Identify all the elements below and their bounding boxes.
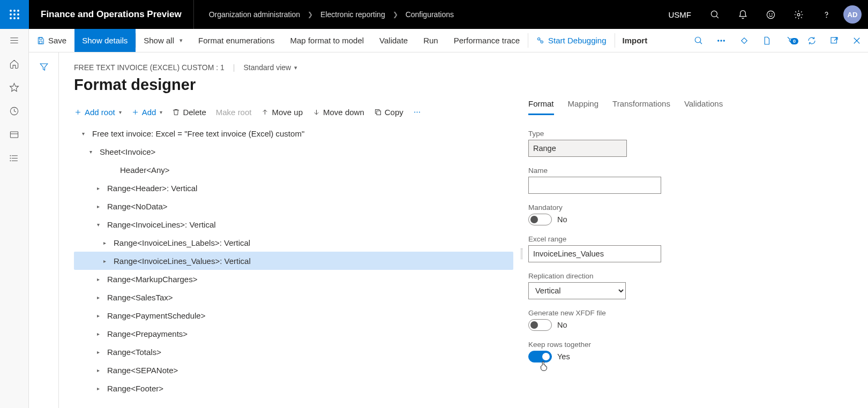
tree-row[interactable]: ▸Range<MarkupCharges> — [74, 270, 513, 288]
page-options-button[interactable] — [755, 36, 778, 46]
name-input[interactable] — [528, 177, 661, 194]
more-actions-button[interactable] — [413, 108, 421, 116]
add-button[interactable]: Add▾ — [131, 108, 163, 117]
delete-button[interactable]: Delete — [172, 108, 206, 117]
import-button[interactable]: Import — [615, 29, 656, 52]
chevron-right-icon[interactable]: ▸ — [93, 367, 103, 373]
tree-label: Range<NoData> — [107, 202, 168, 211]
run-button[interactable]: Run — [416, 29, 446, 52]
chevron-right-icon[interactable]: ▸ — [93, 313, 103, 319]
tree-row[interactable]: ▸Range<NoData> — [74, 197, 513, 215]
type-input[interactable] — [528, 140, 627, 157]
more-options-button[interactable] — [710, 36, 732, 46]
breadcrumb-item[interactable]: Organization administration — [209, 10, 300, 19]
close-button[interactable] — [845, 36, 868, 46]
tree-row[interactable]: ▸Range<Footer> — [74, 379, 513, 397]
chevron-right-icon[interactable]: ▸ — [93, 349, 103, 355]
performance-trace-button[interactable]: Performance trace — [446, 29, 528, 52]
filter-button[interactable] — [39, 62, 49, 408]
svg-point-3 — [10, 13, 12, 16]
modules-button[interactable] — [9, 152, 20, 164]
chevron-right-icon[interactable]: ▸ — [93, 331, 103, 337]
notifications-button[interactable] — [729, 0, 757, 29]
workspaces-button[interactable] — [9, 129, 20, 140]
chevron-right-icon[interactable]: ▸ — [100, 258, 109, 264]
search-command-button[interactable] — [687, 36, 710, 46]
recent-button[interactable] — [9, 105, 20, 117]
show-all-button[interactable]: Show all▾ — [136, 29, 191, 52]
tree-label: Range<Footer> — [107, 384, 163, 393]
settings-button[interactable] — [784, 0, 812, 29]
tree-row[interactable]: ▾Range<InvoiceLines>: Vertical — [74, 215, 513, 233]
keep-rows-toggle[interactable] — [528, 351, 552, 362]
move-up-button[interactable]: Move up — [261, 108, 303, 117]
favorites-button[interactable] — [9, 81, 20, 93]
validate-button[interactable]: Validate — [372, 29, 416, 52]
tab-mapping[interactable]: Mapping — [568, 99, 599, 115]
tab-transformations[interactable]: Transformations — [612, 99, 670, 115]
add-root-button[interactable]: Add root▾ — [74, 108, 122, 117]
view-selector[interactable]: Standard view▾ — [243, 63, 297, 72]
breadcrumb-item[interactable]: Electronic reporting — [320, 10, 385, 19]
copy-label: Copy — [385, 108, 403, 117]
help-button[interactable] — [812, 0, 840, 29]
tree-row[interactable]: ▾Free text invoice: Excel = "Free text i… — [74, 124, 513, 142]
top-header: Finance and Operations Preview Organizat… — [0, 0, 868, 29]
svg-point-36 — [721, 40, 722, 41]
copy-button[interactable]: Copy — [374, 108, 403, 117]
chevron-right-icon[interactable]: ▸ — [100, 240, 109, 246]
excel-range-input[interactable] — [528, 245, 661, 262]
user-avatar[interactable]: AD — [843, 5, 862, 24]
chevron-right-icon[interactable]: ▸ — [93, 276, 103, 282]
show-details-button[interactable]: Show details — [74, 29, 136, 52]
tree-row[interactable]: ▸Range<SEPANote> — [74, 361, 513, 379]
start-debugging-button[interactable]: Start Debugging — [528, 29, 614, 52]
chevron-right-icon[interactable]: ▸ — [93, 185, 103, 191]
tree-row[interactable]: ▸Range<Totals> — [74, 343, 513, 361]
chevron-down-icon[interactable]: ▾ — [93, 222, 103, 228]
format-tree-pane[interactable]: ▾Free text invoice: Excel = "Free text i… — [59, 124, 518, 408]
context-title: FREE TEXT INVOICE (EXCEL) CUSTOM : 1 — [74, 63, 225, 72]
mandatory-toggle[interactable] — [528, 214, 552, 225]
popout-button[interactable] — [823, 36, 845, 46]
move-down-label: Move down — [323, 108, 364, 117]
chevron-down-icon[interactable]: ▾ — [78, 131, 88, 137]
chevron-down-icon[interactable]: ▾ — [86, 149, 95, 155]
save-button[interactable]: Save — [29, 29, 74, 52]
move-down-button[interactable]: Move down — [312, 108, 364, 117]
tree-row[interactable]: ▸Range<Header>: Vertical — [74, 179, 513, 197]
tree-row[interactable]: ▸Range<InvoiceLines_Labels>: Vertical — [74, 233, 513, 252]
search-button[interactable] — [701, 0, 729, 29]
tree-row[interactable]: ▸Range<SalesTax> — [74, 288, 513, 306]
svg-marker-19 — [10, 83, 19, 91]
chevron-right-icon[interactable]: ▸ — [93, 294, 103, 300]
property-tabs: Format Mapping Transformations Validatio… — [528, 99, 853, 116]
home-button[interactable] — [9, 58, 20, 70]
tree-row[interactable]: ▸Range<Prepayments> — [74, 324, 513, 343]
chevron-right-icon[interactable]: ▸ — [93, 203, 103, 209]
hamburger-button[interactable] — [9, 34, 20, 46]
tree-row[interactable]: ▸Range<InvoiceLines_Values>: Vertical — [74, 252, 513, 270]
feedback-button[interactable] — [757, 0, 784, 29]
pin-button[interactable]: 0 — [778, 36, 800, 46]
xfdf-toggle[interactable] — [528, 319, 552, 331]
tree-row[interactable]: Header<Any> — [74, 161, 513, 179]
attachment-button[interactable] — [733, 36, 755, 46]
replication-select[interactable]: Vertical — [528, 282, 626, 299]
tab-validations[interactable]: Validations — [684, 99, 723, 115]
map-format-button[interactable]: Map format to model — [283, 29, 372, 52]
arrow-down-icon — [312, 108, 320, 116]
chevron-right-icon[interactable]: ▸ — [93, 386, 103, 391]
tab-format[interactable]: Format — [528, 99, 554, 115]
svg-rect-21 — [10, 131, 18, 137]
tree-row[interactable]: ▸Range<PaymentSchedule> — [74, 306, 513, 324]
legal-entity[interactable]: USMF — [659, 10, 701, 19]
format-enumerations-button[interactable]: Format enumerations — [191, 29, 283, 52]
app-launcher-button[interactable] — [0, 0, 29, 29]
arrow-up-icon — [261, 108, 269, 116]
splitter[interactable] — [518, 99, 525, 408]
refresh-button[interactable] — [800, 36, 823, 46]
breadcrumb-item[interactable]: Configurations — [406, 10, 454, 19]
list-icon — [9, 153, 19, 163]
tree-row[interactable]: ▾Sheet<Invoice> — [74, 142, 513, 161]
